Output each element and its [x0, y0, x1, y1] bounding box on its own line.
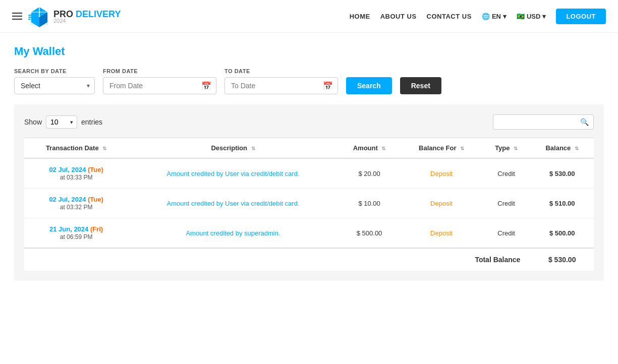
cell-date: 02 Jul, 2024 (Tue) at 03:33 PM: [24, 158, 128, 189]
to-date-input[interactable]: [224, 77, 338, 94]
table-section: Show 10 25 50 100 ▾ entries 🔍: [14, 104, 604, 281]
logo: PRO DELIVERY 2024: [28, 5, 121, 27]
cell-amount: $ 500.00: [338, 218, 401, 249]
col-balance[interactable]: Balance ⇅: [530, 138, 594, 159]
page-title: My Wallet: [14, 45, 604, 58]
sort-description-icon: ⇅: [251, 146, 255, 151]
col-amount[interactable]: Amount ⇅: [338, 138, 401, 159]
nav-about[interactable]: ABOUT US: [380, 13, 417, 20]
entries-select[interactable]: 10 25 50 100: [46, 115, 77, 129]
cell-balance: $ 500.00: [530, 218, 594, 249]
page-content: My Wallet SEARCH BY DATE Select Today Th…: [0, 33, 618, 293]
col-type[interactable]: Type ⇅: [482, 138, 530, 159]
table-controls: Show 10 25 50 100 ▾ entries 🔍: [24, 114, 594, 130]
cell-balance-for: Deposit: [401, 158, 482, 189]
table-search-wrapper: 🔍: [493, 114, 594, 130]
search-by-date-select[interactable]: Select Today This Week This Month: [14, 77, 95, 94]
cell-date: 21 Jun, 2024 (Fri) at 06:59 PM: [24, 218, 128, 249]
from-date-label: FROM DATE: [103, 68, 216, 74]
logout-button[interactable]: LOGOUT: [556, 9, 606, 24]
nav-home[interactable]: HOME: [350, 13, 370, 20]
sort-type-icon: ⇅: [514, 146, 518, 151]
show-label: Show: [24, 118, 42, 126]
search-by-date-group: SEARCH BY DATE Select Today This Week Th…: [14, 68, 95, 94]
sort-balance-for-icon: ⇅: [460, 146, 464, 151]
flag-icon: 🇧🇷: [517, 13, 525, 20]
from-date-input[interactable]: [103, 77, 216, 94]
sort-amount-icon: ⇅: [381, 146, 385, 151]
cell-amount: $ 10.00: [338, 189, 401, 218]
table-row: 21 Jun, 2024 (Fri) at 06:59 PM Amount cr…: [24, 218, 594, 249]
cell-balance: $ 530.00: [530, 158, 594, 189]
cell-balance-for: Deposit: [401, 189, 482, 218]
search-button[interactable]: Search: [346, 77, 392, 94]
logo-text: PRO DELIVERY 2024: [53, 9, 121, 24]
cell-type: Credit: [482, 218, 530, 249]
col-transaction-date[interactable]: Transaction Date ⇅: [24, 138, 128, 159]
logo-icon: [28, 5, 50, 27]
from-date-wrapper: 📅: [103, 77, 216, 94]
navbar: PRO DELIVERY 2024 HOME ABOUT US CONTACT …: [0, 0, 618, 33]
entries-label: entries: [81, 118, 102, 126]
cell-description: Amount credited by superadmin.: [128, 218, 338, 249]
navbar-right: HOME ABOUT US CONTACT US 🌐 EN ▾ 🇧🇷 USD ▾…: [350, 9, 606, 24]
cell-type: Credit: [482, 158, 530, 189]
globe-icon: 🌐: [482, 13, 490, 20]
reset-button[interactable]: Reset: [400, 77, 441, 94]
sort-balance-icon: ⇅: [575, 146, 579, 151]
nav-contact[interactable]: CONTACT US: [427, 13, 472, 20]
total-value: $ 530.00: [530, 248, 594, 271]
to-date-group: TO DATE 📅: [224, 68, 338, 94]
cell-balance-for: Deposit: [401, 218, 482, 249]
to-date-wrapper: 📅: [224, 77, 338, 94]
cell-description: Amount credited by User via credit/debit…: [128, 189, 338, 218]
table-body: 02 Jul, 2024 (Tue) at 03:33 PM Amount cr…: [24, 158, 594, 271]
language-selector[interactable]: 🌐 EN ▾: [482, 13, 507, 20]
cell-balance: $ 510.00: [530, 189, 594, 218]
hamburger-menu[interactable]: [12, 13, 22, 20]
table-header: Transaction Date ⇅ Description ⇅ Amount …: [24, 138, 594, 159]
total-row: Total Balance $ 530.00: [24, 248, 594, 271]
table-search-input[interactable]: [493, 114, 594, 130]
language-label: EN: [492, 13, 501, 20]
to-date-label: TO DATE: [224, 68, 338, 74]
from-date-group: FROM DATE 📅: [103, 68, 216, 94]
col-balance-for[interactable]: Balance For ⇅: [401, 138, 482, 159]
search-by-date-label: SEARCH BY DATE: [14, 68, 95, 74]
total-label: Total Balance: [24, 248, 530, 271]
navbar-left: PRO DELIVERY 2024: [12, 5, 121, 27]
show-entries-control: Show 10 25 50 100 ▾ entries: [24, 115, 102, 129]
table-search-icon: 🔍: [580, 118, 589, 126]
cell-type: Credit: [482, 189, 530, 218]
sort-transaction-date-icon: ⇅: [102, 146, 106, 151]
search-by-date-select-wrapper: Select Today This Week This Month ▾: [14, 77, 95, 94]
lang-chevron-icon: ▾: [503, 13, 507, 20]
filter-row: SEARCH BY DATE Select Today This Week Th…: [14, 68, 604, 94]
currency-selector[interactable]: 🇧🇷 USD ▾: [517, 13, 546, 20]
cell-description: Amount credited by User via credit/debit…: [128, 158, 338, 189]
table-row: 02 Jul, 2024 (Tue) at 03:33 PM Amount cr…: [24, 158, 594, 189]
currency-label: USD: [527, 13, 540, 20]
col-description[interactable]: Description ⇅: [128, 138, 338, 159]
transactions-table: Transaction Date ⇅ Description ⇅ Amount …: [24, 138, 594, 271]
cell-amount: $ 20.00: [338, 158, 401, 189]
curr-chevron-icon: ▾: [542, 13, 546, 20]
table-row: 02 Jul, 2024 (Tue) at 03:32 PM Amount cr…: [24, 189, 594, 218]
entries-select-wrapper: 10 25 50 100 ▾: [46, 115, 77, 129]
cell-date: 02 Jul, 2024 (Tue) at 03:32 PM: [24, 189, 128, 218]
